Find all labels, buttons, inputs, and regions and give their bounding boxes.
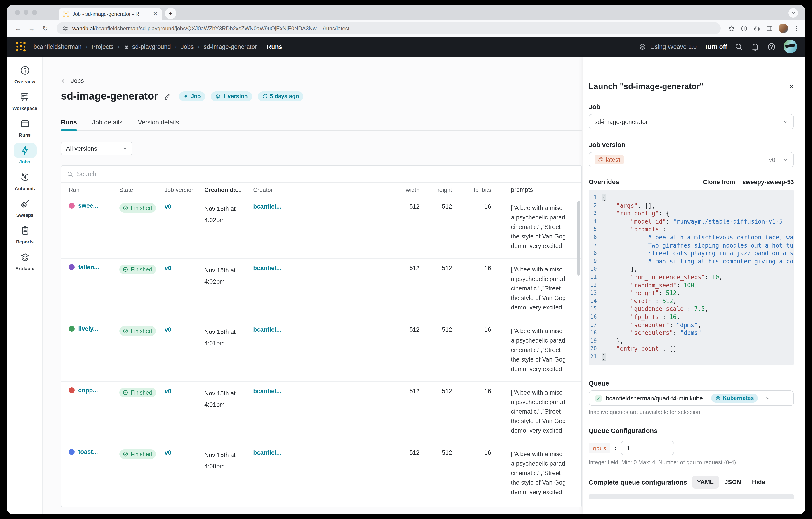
job-version-link[interactable]: v0 [165,203,171,210]
browser-profile-avatar[interactable] [779,24,788,33]
runs-table-card: RunStateJob versionCreation da...Creator… [61,165,582,507]
breadcrumb-item[interactable]: Jobs [181,43,194,50]
url-path: /bcanfieldsherman/sd-playground/jobs/QXJ… [94,25,349,31]
weave-turn-off-button[interactable]: Turn off [704,43,727,50]
creator-link[interactable]: bcanfiel... [253,265,282,272]
run-name-link[interactable]: lively... [78,325,98,332]
code-line: 2 "args": [], [589,201,794,210]
user-avatar[interactable] [784,40,797,53]
creator-link[interactable]: bcanfiel... [253,326,282,333]
sidebar-item-automat[interactable]: Automat. [13,170,36,191]
column-header[interactable]: width [393,186,422,193]
creator-link[interactable]: bcanfiel... [253,388,282,394]
close-window-button[interactable] [15,10,20,15]
code-line: 6 "A bee with a mischievous cartoon face… [589,234,794,241]
side-panel-icon[interactable] [766,25,773,32]
notifications-bell-icon[interactable] [751,42,759,51]
sidebar-item-reports[interactable]: Reports [13,223,36,244]
code-editor[interactable]: 1{2 "args": [],3 "run_config": {4 "model… [589,190,794,365]
forward-button[interactable]: → [26,24,37,32]
tab-job-details[interactable]: Job details [92,118,122,130]
job-version-link[interactable]: v0 [165,265,171,272]
column-header[interactable]: Creator [253,186,393,193]
close-icon[interactable]: × [789,82,794,91]
sidebar-item-jobs[interactable]: Jobs [13,143,36,164]
browser-tab[interactable]: Job - sd-image-generator - R ✕ [59,8,162,20]
column-header[interactable]: Creation da... [204,186,253,193]
breadcrumb-item[interactable]: Runs [267,43,282,50]
queue-value: bcanfieldsherman/quad-t4-minikube [606,395,703,402]
code-line: 14 "width": 512, [589,297,794,305]
maximize-window-button[interactable] [32,10,37,15]
line-number: 20 [589,345,602,353]
navbar-right: Using Weave 1.0 Turn off [639,40,797,53]
job-type-badge: Job [179,91,205,101]
yaml-toggle-button[interactable]: YAML [692,476,719,489]
bookmark-star-icon[interactable] [728,25,735,32]
run-color-dot [69,203,75,209]
height-cell: 512 [422,320,454,381]
table-row[interactable]: lively...Finishedv0Nov 15th at4:01pmbcan… [61,320,581,382]
table-scrollbar[interactable] [577,201,580,276]
table-row[interactable]: copp...Finishedv0Nov 15th at4:01pmbcanfi… [61,382,581,443]
help-icon[interactable] [767,42,776,51]
column-header[interactable]: State [119,186,165,193]
wandb-logo[interactable] [15,41,27,53]
breadcrumb-item[interactable]: sd-image-generator [204,43,257,50]
job-version-select[interactable]: @latest v0 [589,152,794,167]
creator-link[interactable]: bcanfiel... [253,203,282,210]
breadcrumb-item[interactable]: bcanfieldsherman [33,43,82,50]
gpus-input[interactable] [621,441,674,456]
edit-pencil-icon[interactable] [164,92,171,100]
run-name-link[interactable]: toast... [78,448,98,455]
sidebar-item-sweeps[interactable]: Sweeps [13,196,36,218]
back-to-jobs-link[interactable]: Jobs [61,77,84,84]
minimize-window-button[interactable] [24,10,28,15]
version-filter-select[interactable]: All versions [61,142,133,155]
sidebar-item-artifacts[interactable]: Artifacts [13,250,36,271]
extensions-puzzle-icon[interactable] [753,25,760,32]
column-header[interactable]: Run [69,186,119,193]
reload-button[interactable]: ↻ [39,24,51,32]
queue-note: Inactive queues are unavailable for sele… [589,409,794,416]
search-input[interactable] [77,171,212,177]
address-bar[interactable]: wandb.ai/bcanfieldsherman/sd-playground/… [57,22,721,34]
tab-close-icon[interactable]: ✕ [153,11,158,17]
column-header[interactable]: Job version [165,186,204,193]
breadcrumb-item[interactable]: Projects [92,43,114,50]
job-version-link[interactable]: v0 [165,326,171,333]
code-line: 5 "prompts": [ [589,225,794,234]
search-icon[interactable] [735,42,743,51]
clone-source-button[interactable]: sweepy-sweep-53 [743,179,794,186]
run-name-link[interactable]: fallen... [78,264,99,271]
creator-link[interactable]: bcanfiel... [253,449,282,456]
queue-select[interactable]: bcanfieldsherman/quad-t4-minikube Kubern… [589,391,794,406]
column-header[interactable]: fp_bits [454,186,493,193]
sidebar-item-workspace[interactable]: Workspace [12,89,37,111]
table-row[interactable]: swee...Finishedv0Nov 15th at4:02pmbcanfi… [61,197,581,259]
tab-runs[interactable]: Runs [61,118,77,130]
job-version-link[interactable]: v0 [165,449,171,456]
job-select[interactable]: sd-image-generator [589,114,794,129]
line-number: 8 [589,249,602,257]
width-cell: 512 [393,197,422,258]
table-row[interactable]: fallen...Finishedv0Nov 15th at4:02pmbcan… [61,259,581,320]
breadcrumb-item[interactable]: sd-playground [124,43,171,50]
browser-menu-icon[interactable] [793,25,800,31]
hide-toggle-button[interactable]: Hide [747,476,771,489]
column-header[interactable]: height [422,186,454,193]
reports-icon [13,223,36,238]
tab-version-details[interactable]: Version details [138,118,179,130]
run-name-link[interactable]: copp... [78,387,98,394]
back-button[interactable]: ← [12,24,24,32]
table-row[interactable]: toast...Finishedv0Nov 15th at4:00pmbcanf… [61,443,581,505]
new-tab-button[interactable]: + [165,8,176,19]
tab-search-button[interactable] [788,8,798,18]
sidebar-item-overview[interactable]: Overview [13,63,36,84]
run-name-link[interactable]: swee... [78,202,98,209]
json-toggle-button[interactable]: JSON [719,476,747,489]
sidebar-item-runs[interactable]: Runs [13,116,36,138]
job-version-link[interactable]: v0 [165,388,171,394]
column-header[interactable]: prompts [493,185,581,195]
extension-badge-icon[interactable] [741,25,748,32]
